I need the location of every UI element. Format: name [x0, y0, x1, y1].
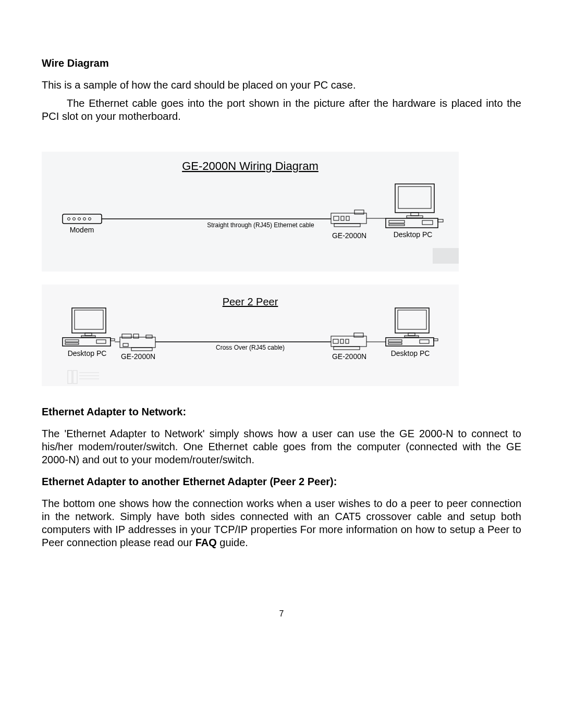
- card-label-left: GE-2000N: [121, 352, 155, 361]
- text-run: guide.: [217, 537, 248, 548]
- heading-wire-diagram: Wire Diagram: [42, 57, 521, 69]
- paragraph: The Ethernet cable goes into the port sh…: [42, 97, 521, 123]
- pc-label-left: Desktop PC: [68, 349, 107, 357]
- svg-rect-2: [42, 272, 459, 285]
- modem-label: Modem: [70, 226, 94, 234]
- cable-crossover-label: Cross Over (RJ45 cable): [216, 344, 285, 351]
- paragraph: The bottom one shows how the connection …: [42, 497, 521, 549]
- card-label-right: GE-2000N: [332, 352, 366, 361]
- paragraph: The 'Ethernet Adapter to Network' simply…: [42, 427, 521, 466]
- diagram-title: GE-2000N Wiring Diagram: [182, 159, 319, 172]
- card-label-top: GE-2000N: [332, 231, 366, 240]
- cable-straight-label: Straight through (RJ45) Ethernet cable: [207, 221, 314, 229]
- diagram-subtitle: Peer 2 Peer: [223, 296, 278, 307]
- svg-rect-24: [433, 248, 459, 264]
- heading-adapter-peer: Ethernet Adapter to another Ethernet Ada…: [42, 476, 521, 488]
- paragraph: This is a sample of how the card should …: [42, 79, 521, 92]
- heading-adapter-network: Ethernet Adapter to Network:: [42, 406, 521, 418]
- page-number: 7: [0, 609, 563, 619]
- pc-label-right: Desktop PC: [391, 349, 430, 357]
- text-run: The bottom one shows how the connection …: [42, 498, 521, 548]
- document-page: Wire Diagram This is a sample of how the…: [0, 0, 563, 728]
- text-bold-faq: FAQ: [195, 537, 217, 548]
- pc-label-top: Desktop PC: [394, 230, 433, 239]
- background-decor: [433, 248, 459, 264]
- wiring-diagram-figure: GE-2000N Wiring Diagram Modem Straight t…: [42, 152, 459, 386]
